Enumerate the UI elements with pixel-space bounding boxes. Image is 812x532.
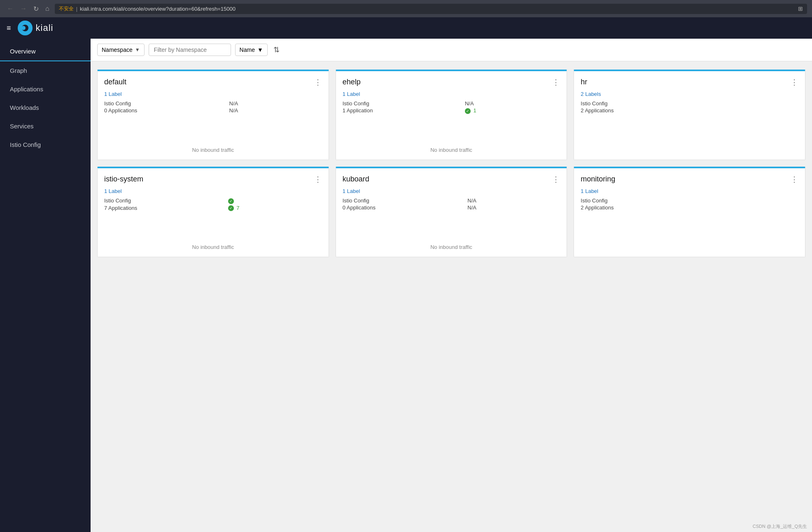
card-title-istio-system: istio-system [104,175,143,184]
istio-config-label-ehelp: Istio Config [343,100,457,107]
apps-value-ehelp[interactable]: 1 [465,107,560,114]
card-header-istio-system: istio-system ⋮ [104,175,322,184]
namespace-card-kuboard: kuboard ⋮ 1 Label Istio Config N/A 0 App… [336,167,567,257]
card-traffic-istio-system: No inbound traffic [104,236,322,250]
card-details-default: Istio Config N/A 0 Applications N/A [104,100,322,114]
card-title-kuboard: kuboard [343,175,369,184]
card-title-hr: hr [581,78,587,86]
card-details-ehelp: Istio Config N/A 1 Application 1 [343,100,560,114]
card-label-link-hr[interactable]: 2 Labels [581,91,798,97]
apps-label-hr: 2 Applications [581,107,702,114]
istio-config-label-istio-system: Istio Config [104,197,220,204]
card-label-link-default[interactable]: 1 Label [104,91,322,97]
card-traffic-hr [581,145,798,153]
reload-button[interactable]: ↻ [31,4,41,14]
card-menu-monitoring[interactable]: ⋮ [791,175,798,184]
card-header-hr: hr ⋮ [581,78,798,87]
istio-config-label-default: Istio Config [104,100,221,107]
apps-count-istio-system: 7 [236,205,239,211]
namespace-filter-input[interactable] [149,44,231,56]
card-label-link-istio-system[interactable]: 1 Label [104,188,322,194]
card-label-link-ehelp[interactable]: 1 Label [343,91,560,97]
url-text: kiali.intra.com/kiali/console/overview?d… [80,6,236,12]
sidebar-item-graph[interactable]: Graph [0,61,91,80]
apps-label-default: 0 Applications [104,107,221,114]
istio-config-label-monitoring: Istio Config [581,197,702,204]
check-icon-istio-config [228,198,234,204]
namespace-card-default: default ⋮ 1 Label Istio Config N/A 0 App… [97,70,329,160]
istio-config-label-kuboard: Istio Config [343,197,460,204]
card-traffic-monitoring [581,242,798,250]
cards-grid: default ⋮ 1 Label Istio Config N/A 0 App… [91,61,812,521]
address-bar[interactable]: 不安全 | kiali.intra.com/kiali/console/over… [55,4,807,14]
app-topbar: ≡ kiali [0,17,812,39]
card-menu-hr[interactable]: ⋮ [791,78,798,87]
sidebar-item-label: Workloads [10,104,39,111]
card-label-link-monitoring[interactable]: 1 Label [581,188,798,194]
card-traffic-ehelp: No inbound traffic [343,139,560,153]
istio-config-value-hr [710,100,798,107]
sidebar-item-label: Services [10,123,34,130]
sidebar-item-workloads[interactable]: Workloads [0,98,91,117]
apps-value-monitoring [710,204,798,211]
hamburger-menu[interactable]: ≡ [7,24,11,33]
namespace-card-istio-system: istio-system ⋮ 1 Label Istio Config 7 Ap… [97,167,329,257]
main-content: Namespace ▼ Name ▼ ⇅ default ⋮ [91,39,812,532]
apps-value-kuboard: N/A [467,204,560,211]
sort-order-icon[interactable]: ⇅ [272,44,281,56]
istio-config-value-default: N/A [229,100,322,107]
card-details-hr: Istio Config 2 Applications [581,100,798,114]
istio-config-value-monitoring [710,197,798,204]
home-button[interactable]: ⌂ [43,4,51,13]
sidebar-item-services[interactable]: Services [0,117,91,135]
apps-label-kuboard: 0 Applications [343,204,460,211]
card-label-link-kuboard[interactable]: 1 Label [343,188,560,194]
apps-label-monitoring: 2 Applications [581,204,702,211]
card-menu-ehelp[interactable]: ⋮ [552,78,560,87]
apps-value-hr [710,107,798,114]
card-title-default: default [104,78,126,86]
card-details-kuboard: Istio Config N/A 0 Applications N/A [343,197,560,211]
namespace-card-monitoring: monitoring ⋮ 1 Label Istio Config 2 Appl… [574,167,805,257]
sidebar-item-label: Applications [10,86,43,93]
sidebar-item-overview[interactable]: Overview [0,42,91,61]
card-menu-default[interactable]: ⋮ [314,78,322,87]
card-title-ehelp: ehelp [343,78,361,86]
namespace-dropdown[interactable]: Namespace ▼ [97,44,145,56]
card-traffic-default: No inbound traffic [104,139,322,153]
card-header-ehelp: ehelp ⋮ [343,78,560,87]
card-title-monitoring: monitoring [581,175,615,184]
logo-icon [18,21,33,35]
apps-value-istio-system[interactable]: 7 [228,205,322,211]
security-warning: 不安全 [59,5,74,12]
card-details-monitoring: Istio Config 2 Applications [581,197,798,211]
istio-config-value-kuboard: N/A [467,197,560,204]
browser-chrome: ← → ↻ ⌂ 不安全 | kiali.intra.com/kiali/cons… [0,0,812,17]
istio-config-label-hr: Istio Config [581,100,702,107]
apps-count-ehelp: 1 [474,107,476,114]
name-dropdown-arrow-icon: ▼ [257,46,263,53]
footer-hint: CSDN @上海_运维_Q先生 [91,521,812,532]
card-menu-istio-system[interactable]: ⋮ [314,175,322,184]
sidebar-item-applications[interactable]: Applications [0,80,91,98]
dropdown-arrow-icon: ▼ [135,47,140,53]
card-header-kuboard: kuboard ⋮ [343,175,560,184]
name-sort-dropdown[interactable]: Name ▼ [235,44,268,56]
card-traffic-kuboard: No inbound traffic [343,236,560,250]
svg-point-2 [21,26,26,30]
sidebar: Overview Graph Applications Workloads Se… [0,39,91,532]
back-button[interactable]: ← [5,4,16,13]
logo-text: kiali [36,23,54,33]
forward-button[interactable]: → [18,4,29,13]
apps-label-istio-system: 7 Applications [104,205,220,211]
card-header-default: default ⋮ [104,78,322,87]
sidebar-item-istio-config[interactable]: Istio Config [0,135,91,154]
filter-bar: Namespace ▼ Name ▼ ⇅ [91,39,812,61]
nav-buttons: ← → ↻ ⌂ [5,4,51,14]
name-label: Name [240,46,255,53]
card-menu-kuboard[interactable]: ⋮ [552,175,560,184]
check-icon-ehelp [465,108,471,114]
namespace-label: Namespace [102,46,133,53]
apps-label-ehelp: 1 Application [343,107,457,114]
translate-icon[interactable]: ⊞ [798,5,803,12]
